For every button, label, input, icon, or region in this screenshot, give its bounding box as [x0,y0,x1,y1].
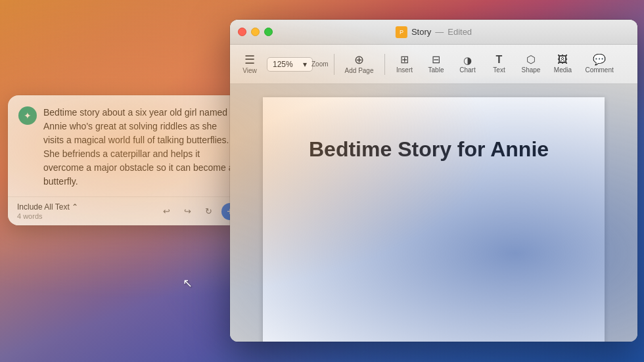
chat-footer-actions: ↩ ↪ ↻ + [158,203,239,220]
text-icon: T [496,55,503,65]
chat-message: ✦ Bedtime story about a six year old gir… [18,106,237,189]
chart-label: Chart [459,66,475,74]
chart-icon: ◑ [463,55,472,65]
comment-icon: 💬 [593,55,606,65]
media-toolbar-button[interactable]: 🖼 Media [548,52,577,76]
add-page-toolbar-button[interactable]: ⊕ Add Page [340,51,379,77]
maximize-window-button[interactable] [264,28,273,36]
add-page-label: Add Page [345,67,374,74]
add-button[interactable]: + [221,203,239,220]
chatgpt-avatar: ✦ [18,106,37,125]
window-titlebar: P Story — Edited [230,20,637,45]
desktop: ↖ ✦ Bedtime story about a six year old g… [0,0,644,362]
redo-button[interactable]: ↪ [179,204,195,219]
minimize-window-button[interactable] [251,28,260,36]
media-icon: 🖼 [557,55,568,65]
window-title: P Story — Edited [396,26,472,38]
insert-label: Insert [396,66,413,74]
pages-app-icon: P [396,26,407,38]
window-title-text: Story [411,27,431,37]
add-page-icon: ⊕ [354,54,364,66]
text-label: Text [493,66,505,74]
refresh-button[interactable]: ↻ [200,204,216,219]
text-toolbar-button[interactable]: T Text [485,52,514,76]
undo-button[interactable]: ↩ [158,204,174,219]
toolbar-divider-1 [334,54,334,75]
media-label: Media [554,66,572,74]
edited-label: Edited [448,27,472,37]
table-toolbar-button[interactable]: ⊟ Table [422,52,451,76]
document-area[interactable]: Bedtime Story for Annie [230,84,637,342]
chart-toolbar-button[interactable]: ◑ Chart [453,53,482,76]
chat-footer-left: Include All Text ⌃ 4 words [17,202,78,220]
insert-toolbar-button[interactable]: ⊞ Insert [390,52,419,76]
pages-window: P Story — Edited ☰ View 125% ▾ Zoom [230,20,637,342]
zoom-label: Zoom [311,60,329,68]
zoom-arrow: ▾ [303,60,307,69]
comment-toolbar-button[interactable]: 💬 Comment [580,52,618,76]
toolbar-divider-2 [384,54,385,75]
document-title[interactable]: Bedtime Story for Annie [309,137,559,162]
table-icon: ⊟ [432,55,440,65]
chat-content: ✦ Bedtime story about a six year old gir… [8,95,248,196]
comment-label: Comment [585,66,613,74]
view-toolbar-button[interactable]: ☰ View [235,51,264,77]
view-icon: ☰ [244,54,255,66]
shape-toolbar-button[interactable]: ⬡ Shape [517,52,546,76]
chat-footer: Include All Text ⌃ 4 words ↩ ↪ ↻ + [8,196,248,225]
chat-message-text: Bedtime story about a six year old girl … [43,106,237,189]
view-label: View [242,67,257,74]
chatgpt-popup: ✦ Bedtime story about a six year old gir… [8,95,248,225]
zoom-value: 125% [273,60,293,69]
close-window-button[interactable] [238,28,246,36]
zoom-control[interactable]: 125% ▾ [267,57,313,72]
include-all-text[interactable]: Include All Text ⌃ [17,202,78,212]
word-count: 4 words [17,212,78,220]
window-toolbar: ☰ View 125% ▾ Zoom ⊕ Add Page ⊞ Insert [230,45,637,84]
table-label: Table [428,66,444,74]
window-controls [238,28,273,36]
document-page: Bedtime Story for Annie [263,97,605,342]
insert-icon: ⊞ [400,55,409,65]
shape-label: Shape [522,66,541,74]
shape-icon: ⬡ [526,55,536,65]
